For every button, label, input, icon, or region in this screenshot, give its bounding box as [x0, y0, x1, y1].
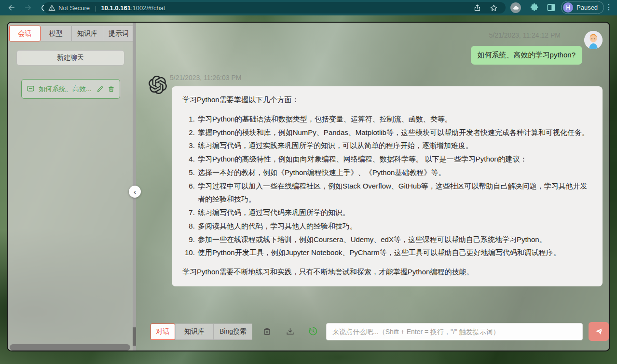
list-item: 练习编写代码，通过写代码来巩固所学的知识。 — [197, 206, 592, 219]
list-item: 选择一本好的教材，例如《Python编程快速上手》、《Python基础教程》等。 — [197, 166, 592, 179]
sidebar-horizontal-scrollbar[interactable] — [10, 344, 130, 351]
bookmark-star-icon[interactable] — [490, 4, 498, 12]
list-item: 学习Python的基础语法和数据类型，包括变量、运算符、控制流、函数、类等。 — [197, 112, 592, 126]
list-item: 使用Python开发工具，例如Jupyter Notebook、PyCharm等… — [197, 246, 592, 259]
assistant-message-timestamp: 5/21/2023, 11:26:03 PM — [170, 74, 241, 81]
chat-app-window: 会话 模型 知识库 提示词 新建聊天 如何系统、高效... ‹ 5/21/202… — [7, 22, 610, 351]
user-avatar — [584, 31, 603, 49]
history-clock-icon[interactable] — [308, 326, 318, 337]
sidebar-tabbar: 会话 模型 知识库 提示词 — [9, 26, 135, 41]
chat-bubble-icon — [27, 85, 35, 93]
assistant-intro: 学习Python需要掌握以下几个方面： — [182, 93, 592, 107]
profile-paused-button[interactable]: H Paused — [561, 1, 604, 14]
composer: 对话 知识库 Bing搜索 — [136, 322, 610, 341]
user-message-timestamp: 5/21/2023, 11:24:12 PM — [489, 31, 561, 39]
openai-logo-icon — [149, 76, 167, 94]
list-item: 练习编写代码，通过实践来巩固所学的知识，可以从简单的程序开始，逐渐增加难度。 — [197, 139, 592, 152]
clear-trash-icon[interactable] — [261, 326, 272, 337]
user-message-bubble: 如何系统、高效的学习python? — [471, 46, 582, 65]
assistant-list: 学习Python的基础语法和数据类型，包括变量、运算符、控制流、函数、类等。掌握… — [182, 112, 592, 259]
url-host: 10.1.0.161 — [101, 4, 130, 12]
browser-menu-icon[interactable]: ⋮ — [605, 2, 613, 12]
new-chat-button[interactable]: 新建聊天 — [16, 50, 124, 66]
divider-scrollbar-thumb[interactable] — [133, 327, 136, 346]
address-bar[interactable]: Not Secure | 10.1.0.161:1002/#/chat — [43, 2, 506, 13]
avatar: H — [563, 2, 573, 13]
list-item: 学习Python的高级特性，例如面向对象编程、网络编程、数据科学等。 以下是一些… — [197, 152, 592, 166]
assistant-outro: 学习Python需要不断地练习和实践，只有不断地尝试和探索，才能掌握Python… — [182, 265, 592, 279]
list-item: 多阅读其他人的代码，学习其他人的经验和技巧。 — [197, 219, 592, 233]
delete-trash-icon[interactable] — [108, 85, 115, 93]
list-item: 参加一些在线课程或线下培训，例如Coursera、Udemy、edX等，这些课程… — [197, 233, 592, 246]
tab-conversations[interactable]: 会话 — [9, 26, 41, 41]
paper-plane-icon — [594, 327, 603, 336]
collapse-sidebar-button[interactable]: ‹ — [129, 186, 141, 198]
url-separator: | — [95, 4, 96, 12]
share-icon[interactable] — [474, 4, 481, 12]
tab-models[interactable]: 模型 — [41, 26, 72, 41]
send-button[interactable] — [589, 322, 609, 341]
back-icon[interactable] — [7, 3, 16, 13]
list-item: 学习过程中可以加入一些在线编程社区，例如Stack Overflow、GitHu… — [197, 179, 592, 206]
security-label: Not Secure — [58, 4, 90, 12]
extensions-puzzle-icon[interactable] — [530, 3, 539, 14]
cloud-extension-icon[interactable] — [510, 2, 521, 13]
conversation-list-item[interactable]: 如何系统、高效... — [21, 79, 120, 99]
assistant-message-bubble: 学习Python需要掌握以下几个方面： 学习Python的基础语法和数据类型，包… — [172, 86, 603, 286]
edit-pencil-icon[interactable] — [96, 85, 104, 93]
mode-tab-knowledge-base[interactable]: 知识库 — [175, 324, 214, 340]
browser-toolbar: Not Secure | 10.1.0.161:1002/#/chat H Pa… — [0, 0, 617, 15]
list-item: 掌握Python的模块和库，例如NumPy、Pandas、Matplotlib等… — [197, 126, 592, 139]
chat-main-area: 5/21/2023, 11:24:12 PM 如何系统、高效的学习python?… — [136, 23, 610, 351]
mode-tab-chat[interactable]: 对话 — [151, 324, 175, 340]
tab-prompts[interactable]: 提示词 — [103, 26, 135, 41]
message-input[interactable] — [326, 323, 583, 340]
forward-icon[interactable] — [23, 3, 33, 13]
not-secure-warning-icon — [48, 4, 55, 12]
download-icon[interactable] — [285, 326, 295, 337]
url-path: :1002/#/chat — [131, 4, 165, 12]
sidebar: 会话 模型 知识库 提示词 新建聊天 如何系统、高效... — [8, 23, 133, 351]
side-panel-icon[interactable] — [547, 3, 556, 14]
paused-label: Paused — [576, 4, 598, 11]
conversation-title: 如何系统、高效... — [39, 85, 93, 94]
mode-tab-bing-search[interactable]: Bing搜索 — [214, 324, 252, 340]
tab-knowledge-base[interactable]: 知识库 — [72, 26, 103, 41]
